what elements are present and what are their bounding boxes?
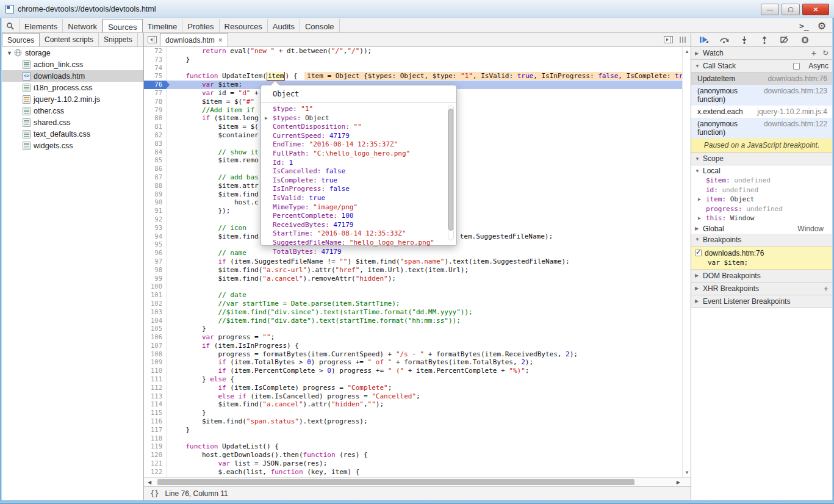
line-number-116[interactable]: 116 (144, 417, 167, 426)
line-number-90[interactable]: 90 (144, 198, 167, 207)
add-watch-icon[interactable]: + (811, 49, 816, 57)
line-number-74[interactable]: 74 (144, 64, 167, 73)
line-number-82[interactable]: 82 (144, 131, 167, 140)
line-number-94[interactable]: 94 (144, 232, 167, 241)
tree-expand-icon[interactable]: ▼ (7, 50, 14, 56)
line-number-86[interactable]: 86 (144, 165, 167, 173)
scope-variable-item[interactable]: ▶item: Object (691, 195, 832, 204)
settings-icon[interactable]: ⚙ (818, 20, 826, 32)
main-tab-audits[interactable]: Audits (268, 19, 300, 32)
call-stack-frame[interactable]: (anonymous function)downloads.htm:123 (691, 85, 832, 106)
line-number-105[interactable]: 105 (144, 325, 167, 333)
main-tab-network[interactable]: Network (63, 19, 102, 32)
call-stack-frame[interactable]: (anonymous function)downloads.htm:122 (691, 118, 832, 139)
editor-horizontal-scrollbar[interactable]: ◀ ▶ (144, 477, 691, 486)
line-number-110[interactable]: 110 (144, 367, 167, 375)
refresh-watch-icon[interactable]: ↻ (822, 49, 829, 57)
line-number-75[interactable]: 75 (144, 72, 167, 81)
watch-section-header[interactable]: ▶ Watch + ↻ (691, 47, 832, 60)
call-stack-frame[interactable]: x.extend.eachjquery-1.10.2.min.js:4 (691, 106, 832, 118)
dom-breakpoints-section-header[interactable]: ▶ DOM Breakpoints (691, 270, 832, 283)
line-number-93[interactable]: 93 (144, 224, 167, 232)
line-number-108[interactable]: 108 (144, 350, 167, 359)
line-number-104[interactable]: 104 (144, 317, 167, 325)
line-number-120[interactable]: 120 (144, 451, 167, 459)
tab-close-icon[interactable]: × (218, 36, 223, 45)
scope-variable-Sitem[interactable]: $item: undefined (691, 176, 832, 185)
main-tab-timeline[interactable]: Timeline (143, 19, 183, 32)
line-number-122[interactable]: 122 (144, 468, 167, 477)
line-number-78[interactable]: 78 (144, 98, 167, 106)
breakpoints-section-header[interactable]: ▼ Breakpoints (691, 234, 832, 247)
line-number-119[interactable]: 119 (144, 442, 167, 451)
expand-triangle-icon[interactable]: ▶ (698, 195, 701, 204)
horizontal-scroll-thumb[interactable] (157, 479, 634, 485)
tree-file-i18n_process.css[interactable]: i18n_process.css (2, 82, 143, 93)
expand-triangle-icon[interactable]: ▶ (698, 214, 701, 223)
main-tab-resources[interactable]: Resources (220, 19, 268, 32)
tree-file-jquery-1.10.2.min.js[interactable]: jquery-1.10.2.min.js (2, 93, 143, 105)
xhr-breakpoints-section-header[interactable]: ▶ XHR Breakpoints + (691, 283, 832, 295)
async-checkbox[interactable] (793, 63, 800, 70)
line-number-97[interactable]: 97 (144, 257, 167, 266)
maximize-button[interactable]: ▢ (782, 4, 800, 15)
scope-local-group[interactable]: ▼ Local (691, 165, 832, 176)
main-tab-sources[interactable]: Sources (102, 19, 143, 32)
line-number-103[interactable]: 103 (144, 308, 167, 317)
line-number-106[interactable]: 106 (144, 333, 167, 342)
line-number-95[interactable]: 95 (144, 240, 167, 249)
scope-section-header[interactable]: ▼ Scope (691, 153, 832, 165)
tree-file-downloads.htm[interactable]: <>downloads.htm (2, 70, 143, 82)
line-number-89[interactable]: 89 (144, 190, 167, 199)
search-icon[interactable] (1, 19, 19, 32)
line-number-98[interactable]: 98 (144, 266, 167, 275)
tree-file-shared.css[interactable]: shared.css (2, 117, 143, 128)
editor-layout-icon[interactable] (679, 36, 686, 43)
scope-global-group[interactable]: ▶ Global Window (691, 223, 832, 234)
step-over-icon[interactable] (719, 35, 729, 44)
scroll-left-icon[interactable]: ◀ (148, 480, 151, 485)
main-tab-profiles[interactable]: Profiles (182, 19, 219, 32)
left-splitter[interactable] (143, 33, 144, 500)
line-number-85[interactable]: 85 (144, 156, 167, 165)
line-number-84[interactable]: 84 (144, 148, 167, 157)
step-into-icon[interactable] (739, 35, 749, 44)
line-number-99[interactable]: 99 (144, 275, 167, 283)
close-button[interactable]: ✕ (802, 4, 829, 15)
line-number-73[interactable]: 73 (144, 56, 167, 64)
minimize-button[interactable]: — (761, 4, 779, 15)
line-number-79[interactable]: 79 (144, 106, 167, 115)
call-stack-frame[interactable]: UpdateItemdownloads.htm:76 (691, 73, 832, 85)
scroll-up-icon[interactable]: ▲ (683, 49, 691, 54)
main-tab-elements[interactable]: Elements (19, 19, 63, 32)
line-number-88[interactable]: 88 (144, 182, 167, 190)
line-number-76[interactable]: 76 (144, 81, 170, 89)
tree-file-other.css[interactable]: other.css (2, 105, 143, 117)
resume-icon[interactable] (699, 35, 709, 44)
deactivate-breakpoints-icon[interactable] (780, 35, 789, 44)
pause-on-exceptions-icon[interactable] (800, 35, 810, 44)
line-number-80[interactable]: 80 (144, 114, 167, 123)
editor-vertical-scrollbar[interactable]: ▲ ▼ (682, 47, 691, 477)
scope-variable-this[interactable]: ▶this: Window (691, 214, 832, 223)
line-number-83[interactable]: 83 (144, 140, 167, 148)
line-number-118[interactable]: 118 (144, 434, 167, 443)
line-number-109[interactable]: 109 (144, 358, 167, 367)
breakpoint-entry[interactable]: downloads.htm:76var $item; (691, 247, 832, 270)
hovered-variable[interactable]: item (267, 72, 286, 81)
line-number-92[interactable]: 92 (144, 215, 167, 224)
navigator-toggle-icon[interactable] (144, 33, 160, 46)
main-tab-console[interactable]: Console (300, 19, 340, 32)
pretty-print-button[interactable]: {} (144, 489, 165, 498)
line-number-91[interactable]: 91 (144, 207, 167, 215)
tree-file-action_link.css[interactable]: action_link.css (2, 59, 143, 70)
popover-scrollbar-thumb[interactable] (448, 109, 453, 231)
object-property-$types[interactable]: ▶$types: Object (261, 114, 456, 123)
scroll-down-icon[interactable]: ▼ (683, 470, 691, 475)
tree-file-text_defaults.css[interactable]: text_defaults.css (2, 128, 143, 140)
line-number-112[interactable]: 112 (144, 384, 167, 392)
line-number-100[interactable]: 100 (144, 283, 167, 291)
line-number-114[interactable]: 114 (144, 400, 167, 409)
add-xhr-breakpoint-icon[interactable]: + (824, 284, 829, 293)
line-number-101[interactable]: 101 (144, 291, 167, 300)
